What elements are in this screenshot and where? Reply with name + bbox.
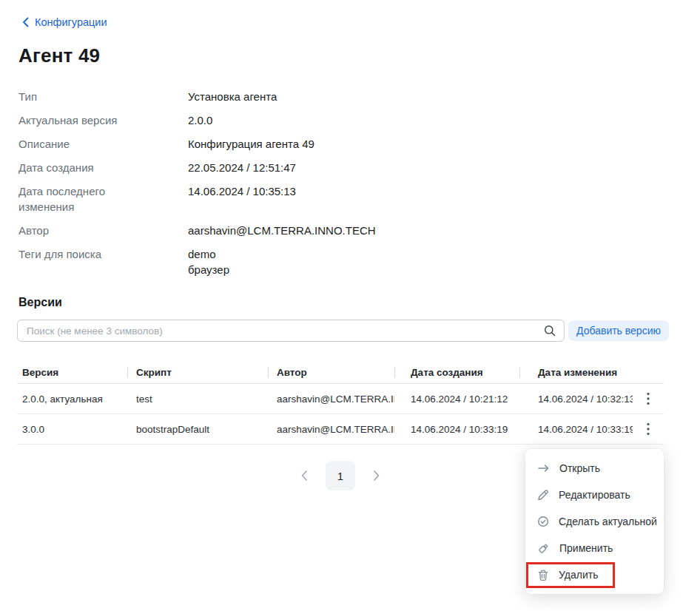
- prop-label-created-date: Дата создания: [18, 160, 143, 175]
- menu-item-label: Редактировать: [559, 489, 630, 501]
- table-header-row: Версия Скрипт Автор Дата создания Дата и…: [17, 362, 664, 384]
- pagination-prev-button[interactable]: [300, 470, 308, 482]
- prop-label-author: Автор: [18, 223, 143, 238]
- prop-value-description: Конфигурация агента 49: [188, 136, 477, 152]
- check-circle-icon: [537, 516, 549, 527]
- versions-heading: Версии: [18, 296, 62, 309]
- versions-table: Версия Скрипт Автор Дата создания Дата и…: [17, 362, 664, 445]
- trash-icon: [537, 569, 549, 581]
- prop-label-type: Тип: [18, 89, 143, 104]
- cell-version: 2.0.0, актуальная: [17, 394, 127, 405]
- cell-script: bootstrapDefault: [127, 424, 268, 435]
- menu-item-label: Применить: [559, 542, 613, 554]
- chevron-left-icon: [300, 470, 308, 482]
- pencil-icon: [537, 489, 549, 501]
- menu-item-edit[interactable]: Редактировать: [525, 482, 664, 508]
- column-header-modified: Дата изменения: [519, 367, 633, 378]
- cell-author: aarshavin@LCM.TERRA.INNO.TECH: [268, 394, 394, 405]
- table-row[interactable]: 3.0.0 bootstrapDefault aarshavin@LCM.TER…: [17, 414, 664, 445]
- cell-version: 3.0.0: [17, 424, 127, 435]
- column-header-author: Автор: [268, 367, 394, 378]
- prop-label-search-tags: Теги для поиска: [18, 246, 143, 277]
- row-actions-kebab-button[interactable]: [633, 422, 664, 436]
- menu-item-label: Открыть: [559, 462, 600, 474]
- menu-item-apply[interactable]: Применить: [525, 535, 664, 561]
- menu-item-delete[interactable]: Удалить: [525, 561, 664, 588]
- column-header-version: Версия: [17, 367, 127, 378]
- flash-drive-icon: [537, 542, 550, 555]
- prop-value-author: aarshavin@LCM.TERRA.INNO.TECH: [188, 223, 477, 238]
- menu-item-make-actual[interactable]: Сделать актуальной: [525, 508, 664, 535]
- prop-label-description: Описание: [18, 136, 143, 152]
- table-row[interactable]: 2.0.0, актуальная test aarshavin@LCM.TER…: [17, 384, 664, 414]
- column-header-created: Дата создания: [394, 367, 519, 378]
- row-context-menu: Открыть Редактировать Сделать актуальной…: [525, 449, 664, 594]
- page-title: Агент 49: [18, 44, 100, 67]
- search-input[interactable]: [17, 320, 565, 342]
- prop-value-actual-version: 2.0.0: [188, 112, 477, 128]
- arrow-right-icon: [537, 462, 550, 474]
- prop-value-search-tags: demo браузер: [188, 246, 477, 277]
- cell-script: test: [127, 394, 268, 405]
- prop-value-type: Установка агента: [188, 89, 477, 104]
- back-link-label: Конфигурации: [35, 16, 107, 28]
- cell-modified: 14.06.2024 / 10:32:13: [519, 394, 633, 405]
- menu-item-label: Удалить: [559, 569, 598, 581]
- prop-label-modified-date: Дата последнего изменения: [18, 183, 143, 215]
- prop-value-modified-date: 14.06.2024 / 10:35:13: [188, 183, 477, 215]
- kebab-menu-icon: [647, 422, 650, 436]
- search-icon[interactable]: [544, 325, 556, 337]
- chevron-left-icon: [22, 17, 29, 27]
- menu-item-open[interactable]: Открыть: [525, 455, 664, 482]
- cell-author: aarshavin@LCM.TERRA.INNO.TECH: [268, 424, 394, 435]
- versions-search: [17, 320, 565, 342]
- chevron-right-icon: [373, 470, 380, 482]
- cell-created: 14.06.2024 / 10:21:12: [394, 394, 519, 405]
- column-header-script: Скрипт: [127, 367, 268, 378]
- properties-list: Тип Установка агента Актуальная версия 2…: [18, 89, 477, 277]
- pagination-current-page[interactable]: 1: [326, 461, 355, 490]
- cell-modified: 14.06.2024 / 10:33:19: [519, 424, 633, 435]
- back-link-configurations[interactable]: Конфигурации: [22, 16, 107, 28]
- row-actions-kebab-button[interactable]: [633, 392, 664, 405]
- kebab-menu-icon: [647, 392, 650, 405]
- pagination-next-button[interactable]: [373, 470, 380, 482]
- cell-created: 14.06.2024 / 10:33:19: [394, 424, 519, 435]
- prop-label-actual-version: Актуальная версия: [18, 112, 143, 128]
- menu-item-label: Сделать актуальной: [559, 516, 657, 527]
- add-version-button[interactable]: Добавить версию: [568, 320, 669, 341]
- prop-value-created-date: 22.05.2024 / 12:51:47: [188, 160, 477, 175]
